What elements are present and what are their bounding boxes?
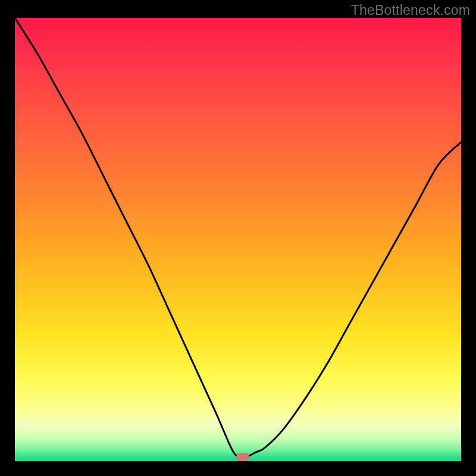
chart-frame: TheBottleneck.com: [0, 0, 476, 476]
watermark-label: TheBottleneck.com: [351, 2, 470, 18]
minimum-marker: [236, 453, 249, 461]
plot-area: [15, 18, 461, 461]
bottleneck-curve: [15, 18, 461, 461]
